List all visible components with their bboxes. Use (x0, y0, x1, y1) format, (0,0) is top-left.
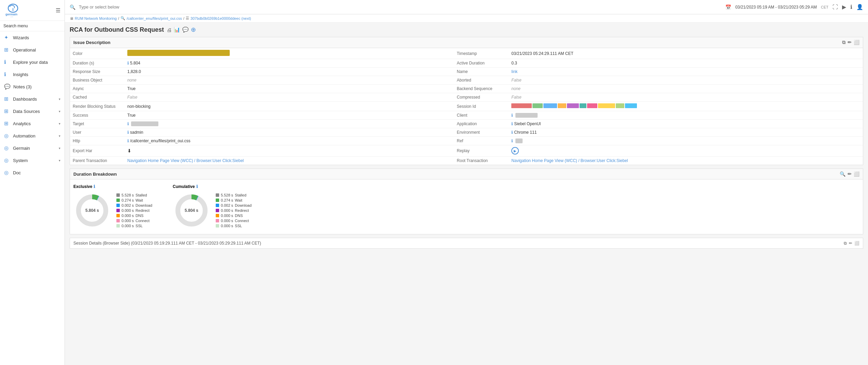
zoom-icon[interactable]: 🔍 (840, 171, 845, 177)
field-label: Root Transaction (454, 157, 509, 165)
exclusive-donut: 5.804 s (73, 192, 111, 229)
fullscreen-icon[interactable]: ⛶ (833, 4, 838, 10)
sidebar-item-label: Wizards (13, 35, 29, 40)
session-details-bar: Session Details (Browser Side) (03/21/20… (70, 238, 863, 249)
content-area: RCA for Outbound CSS Request 🖨 📊 💬 ⊕ Iss… (65, 23, 868, 365)
section-header-icons2: 🔍 ✏ ⬜ (840, 171, 859, 177)
user-icon[interactable]: 👤 (856, 4, 863, 10)
legend-value: 0.000 s (122, 214, 134, 218)
field-value: ℹ ●●● (509, 137, 863, 145)
edit-icon2[interactable]: ✏ (848, 171, 852, 177)
wait-color (116, 199, 120, 202)
analytics-icon: ⊞ (4, 120, 10, 127)
legend-label: DNS (136, 214, 143, 218)
field-value: none (509, 85, 863, 93)
search-input[interactable] (79, 4, 722, 10)
date-range: 03/21/2023 05:19 AM - 03/21/2023 05:29 A… (735, 5, 817, 10)
sidebar-item-label: Analytics (13, 121, 31, 126)
sidebar-item-datasources[interactable]: ⊞ Data Sources ▾ (0, 105, 65, 117)
sidebar-item-notes[interactable]: 💬 Notes (3) (0, 81, 65, 93)
edit-icon[interactable]: ✏ (848, 40, 852, 45)
sidebar-item-germain[interactable]: ◎ Germain ▾ (0, 142, 65, 154)
sidebar-item-explore[interactable]: ℹ Explore your data (0, 56, 65, 68)
play-icon[interactable]: ▶ (842, 4, 846, 10)
breadcrumb-link-rum[interactable]: RUM Network Monitoring (75, 16, 117, 20)
title-icons: 🖨 📊 💬 ⊕ (167, 26, 196, 33)
sidebar-item-analytics[interactable]: ⊞ Analytics ▾ (0, 117, 65, 130)
field-label: Application (454, 120, 509, 128)
system-icon: ◎ (4, 157, 10, 163)
sidebar-item-automation[interactable]: ◎ Automation ▾ (0, 130, 65, 142)
replay-play-button[interactable]: ▶ (511, 147, 519, 155)
sidebar-item-system[interactable]: ◎ System ▾ (0, 154, 65, 166)
field-label: Name (454, 68, 509, 76)
download-icon[interactable]: ⬇ (127, 148, 131, 154)
ssl-color (116, 224, 120, 228)
sidebar-item-label: Data Sources (13, 109, 40, 114)
sidebar-item-operational[interactable]: ⊞ Operational (0, 44, 65, 56)
legend-value: 5.528 s (221, 193, 233, 197)
expand-icon2[interactable]: ⬜ (854, 171, 859, 177)
search-menu[interactable]: Search menu (0, 21, 65, 31)
page-title-row: RCA for Outbound CSS Request 🖨 📊 💬 ⊕ (70, 26, 863, 33)
sidebar-item-label: Automation (13, 133, 35, 138)
breadcrumb-sep: / (118, 16, 119, 20)
connect-color (116, 219, 120, 222)
info-icon: ℹ (511, 121, 513, 126)
table-row: Success True Client ℹ ●●●●●●●●● (70, 111, 863, 120)
field-label: Export Har (70, 145, 125, 157)
chart-icon[interactable]: 📊 (174, 27, 180, 33)
field-label: Backend Sequence (454, 85, 509, 93)
field-value: True (125, 85, 454, 93)
session-copy-icon[interactable]: ⧉ (844, 241, 847, 246)
add-icon[interactable]: ⊕ (191, 26, 196, 33)
table-row: Target ℹ ●●●●●●●●●●● Application ℹSiebel… (70, 120, 863, 128)
automation-icon: ◎ (4, 133, 10, 139)
exclusive-chart-area: Exclusive ℹ (73, 184, 152, 229)
sidebar-item-label: Operational (13, 47, 36, 53)
legend-item-ssl: 0.000 s SSL (116, 224, 152, 228)
sidebar-item-insights[interactable]: ℹ Insights (0, 68, 65, 81)
legend-value: 0.000 s (221, 208, 233, 213)
session-details-label: Session Details (Browser Side) (03/21/20… (73, 241, 261, 246)
legend-value: 0.274 s (221, 198, 233, 202)
breadcrumb: 🖥 RUM Network Monitoring / 🔍 /callcenter… (65, 14, 868, 23)
exclusive-donut-label: 5.804 s (85, 208, 99, 213)
legend-value: 0.002 s (221, 203, 233, 207)
expand-icon[interactable]: ⬜ (854, 40, 859, 45)
sidebar-item-doc[interactable]: ◎ Doc (0, 166, 65, 179)
chevron-down-icon: ▾ (59, 146, 60, 150)
datasources-icon: ⊞ (4, 108, 10, 114)
field-label: Response Size (70, 68, 125, 76)
field-value: non-blocking (125, 102, 454, 111)
table-row: Async True Backend Sequence none (70, 85, 863, 93)
legend-label: SSL (235, 224, 242, 228)
root-transaction-link[interactable]: Navigation Home Page View (WCC) / Browse… (511, 158, 628, 163)
topbar: 🔍 📅 03/21/2023 05:19 AM - 03/21/2023 05:… (65, 0, 868, 14)
sidebar-item-wizards[interactable]: ✦ Wizards (0, 31, 65, 44)
breadcrumb-link-css[interactable]: /callcenter_enu/files/print_oui.css (127, 16, 182, 20)
issue-table: Color Timestamp 03/21/2023 05:24:29.111 … (70, 48, 863, 165)
sidebar-item-dashboards[interactable]: ⊞ Dashboards ▾ (0, 93, 65, 105)
table-row: Response Size 1,828.0 Name link (70, 68, 863, 76)
field-value: ℹ ●●●●●●●●● (509, 111, 863, 120)
print-icon[interactable]: 🖨 (167, 27, 172, 33)
legend-value: 0.000 s (221, 219, 233, 223)
info-icon[interactable]: ℹ (850, 4, 852, 10)
legend-value: 0.000 s (122, 224, 134, 228)
copy-icon[interactable]: ⧉ (842, 40, 845, 45)
legend-item-connect: 0.000 s Connect (116, 219, 152, 223)
hamburger-menu[interactable]: ☰ (56, 7, 60, 14)
session-edit-icon[interactable]: ✏ (849, 241, 852, 246)
field-value-session-id (509, 102, 863, 111)
session-expand-icon[interactable]: ⬜ (854, 241, 859, 246)
chat-icon[interactable]: 💬 (182, 27, 189, 33)
breadcrumb-sep2: / (183, 16, 184, 20)
parent-transaction-link[interactable]: Navigation Home Page View (WCC) / Browse… (127, 158, 244, 163)
cum-legend-item-dns: 0.000 s DNS (216, 214, 252, 218)
info-icon: ℹ (127, 121, 129, 126)
sidebar-item-label: Notes (3) (13, 84, 31, 89)
breadcrumb-link-transaction[interactable]: 307bdb0b0269b1e0000ddeec (next) (190, 16, 251, 20)
cum-legend-item-ssl: 0.000 s SSL (216, 224, 252, 228)
info-icon: ℹ (511, 138, 513, 143)
